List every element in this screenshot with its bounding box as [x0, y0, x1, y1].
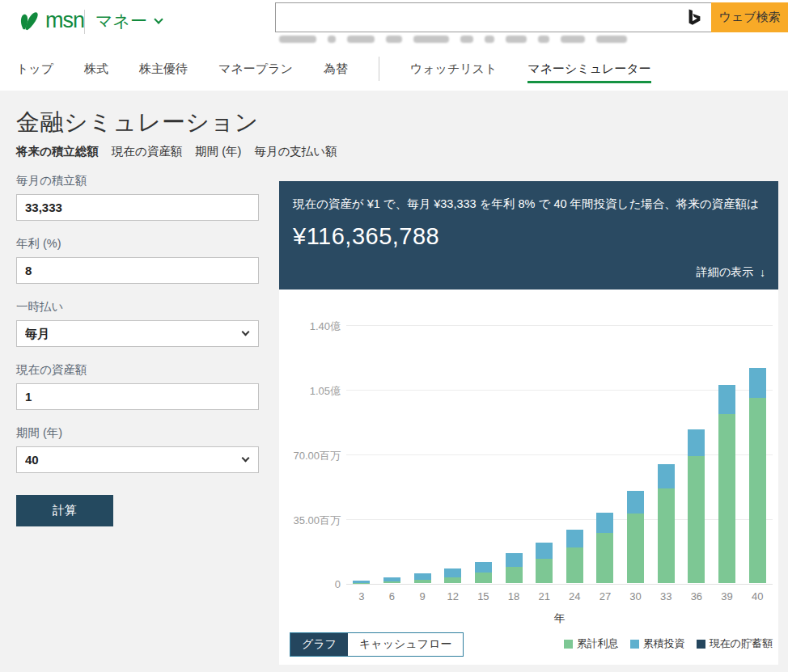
- bar-segment-累計利息: [658, 488, 675, 583]
- legend-swatch-icon: [564, 640, 573, 649]
- blurred-trending-item: [485, 36, 494, 43]
- x-axis-label: 年: [346, 611, 773, 626]
- bar-stack-year-36[interactable]: [688, 429, 705, 583]
- bar-segment-累計利息: [475, 573, 492, 583]
- y-tick-label: 70.00百万: [279, 449, 341, 463]
- period-years-select[interactable]: 40: [16, 446, 259, 473]
- x-tick-label: 24: [559, 590, 590, 602]
- current-assets-input[interactable]: [16, 383, 259, 410]
- chart-area: 1.40億1.05億70.00百万35.00百万0 36912151821242…: [279, 290, 778, 665]
- y-tick-label: 1.40億: [279, 319, 341, 334]
- y-tick-label: 35.00百万: [279, 514, 341, 528]
- bar-stack-year-39[interactable]: [718, 385, 735, 583]
- nav-tab-マネープラン[interactable]: マネープラン: [218, 47, 293, 91]
- blurred-trending-item: [413, 36, 449, 43]
- chart-tab-キャッシュフロー[interactable]: キャッシュフロー: [348, 633, 463, 656]
- chart-legend: 累計利息累積投資現在の貯蓄額: [564, 636, 773, 651]
- legend-label: 現在の貯蓄額: [710, 636, 773, 651]
- x-tick-label: 33: [650, 590, 681, 602]
- bar-slot-year-3: [346, 324, 377, 583]
- nav-tab-マネーシミュレーター[interactable]: マネーシミュレーター: [527, 47, 650, 91]
- vertical-label: マネー: [95, 10, 147, 32]
- legend-swatch-icon: [697, 640, 705, 649]
- bar-segment-累計利息: [688, 456, 705, 583]
- nav-tab-トップ[interactable]: トップ: [16, 47, 53, 91]
- bar-stack-year-21[interactable]: [536, 543, 553, 583]
- bar-slot-year-24: [559, 324, 590, 583]
- nav-tab-ウォッチリスト[interactable]: ウォッチリスト: [410, 47, 497, 91]
- search-input[interactable]: [275, 2, 711, 32]
- bar-slot-year-12: [438, 324, 468, 583]
- result-summary-panel: 現在の資産が ¥1 で、毎月 ¥33,333 を年利 8% で 40 年間投資し…: [279, 181, 778, 290]
- bar-stack-year-30[interactable]: [627, 491, 644, 583]
- current-assets-label: 現在の資産額: [16, 362, 259, 378]
- nav-divider: [379, 57, 379, 81]
- payment-frequency-label: 一時払い: [16, 299, 259, 315]
- bar-segment-累計利息: [566, 547, 583, 583]
- show-details-link[interactable]: 詳細の表示 ↓: [697, 265, 765, 280]
- msn-butterfly-icon: [16, 8, 40, 32]
- bar-slot-year-15: [468, 324, 499, 583]
- bar-stack-year-12[interactable]: [444, 568, 461, 583]
- blurred-trending-item: [328, 36, 336, 43]
- bar-segment-累計利息: [383, 581, 400, 583]
- monthly-deposit-label: 毎月の積立額: [16, 173, 259, 188]
- bar-segment-累積投資: [749, 368, 766, 398]
- msn-home-link[interactable]: msn: [16, 8, 84, 32]
- bar-segment-累積投資: [688, 429, 705, 456]
- chart-footer: グラフキャッシュフロー 累計利息累積投資現在の貯蓄額: [279, 632, 778, 657]
- bar-slot-year-21: [529, 324, 560, 583]
- web-search-button[interactable]: ウェブ検索: [711, 2, 788, 32]
- bar-segment-累計利息: [506, 567, 523, 583]
- bar-series: [346, 324, 773, 583]
- bar-stack-year-33[interactable]: [658, 464, 675, 583]
- bar-slot-year-39: [712, 324, 743, 583]
- msn-logo-text: msn: [45, 10, 84, 32]
- bar-stack-year-40[interactable]: [749, 368, 766, 583]
- bar-segment-累積投資: [444, 568, 461, 577]
- blurred-trending-item: [386, 36, 402, 43]
- chart-tab-グラフ[interactable]: グラフ: [290, 633, 348, 656]
- bar-stack-year-27[interactable]: [596, 513, 613, 583]
- bar-segment-累積投資: [718, 385, 735, 414]
- bar-segment-累積投資: [536, 543, 553, 558]
- legend-item-累積投資: 累積投資: [630, 636, 685, 651]
- y-tick-label: 1.05億: [279, 384, 341, 399]
- bar-segment-累積投資: [596, 513, 613, 533]
- monthly-deposit-input[interactable]: [16, 194, 259, 221]
- annual-rate-input[interactable]: [16, 257, 259, 284]
- bar-stack-year-6[interactable]: [383, 577, 400, 583]
- blurred-trending-item: [279, 36, 316, 43]
- simulation-form: 毎月の積立額年利 (%)一時払い毎月現在の資産額期間 (年)40計算: [16, 173, 259, 526]
- bar-slot-year-40: [742, 324, 773, 583]
- bar-stack-year-24[interactable]: [566, 530, 583, 583]
- bar-stack-year-9[interactable]: [414, 573, 431, 583]
- x-tick-label: 6: [377, 590, 408, 602]
- nav-tab-為替[interactable]: 為替: [324, 47, 348, 91]
- bar-segment-累計利息: [414, 580, 431, 583]
- subtab-毎月の支払い額[interactable]: 毎月の支払い額: [254, 144, 337, 159]
- bar-stack-year-3[interactable]: [353, 581, 370, 583]
- bar-segment-累積投資: [506, 553, 523, 566]
- bar-stack-year-18[interactable]: [506, 553, 523, 583]
- vertical-menu[interactable]: マネー: [95, 10, 162, 32]
- subtab-期間 (年)[interactable]: 期間 (年): [195, 144, 241, 159]
- section-nav: トップ株式株主優待マネープラン為替ウォッチリストマネーシミュレーター: [0, 47, 788, 91]
- nav-tab-株主優待[interactable]: 株主優待: [139, 47, 188, 91]
- annual-rate-label: 年利 (%): [16, 236, 259, 251]
- nav-tab-株式[interactable]: 株式: [84, 47, 108, 91]
- blurred-trending-item: [561, 36, 585, 43]
- bar-slot-year-36: [681, 324, 712, 583]
- calculate-button[interactable]: 計算: [16, 495, 113, 526]
- bar-segment-累積投資: [414, 573, 431, 580]
- legend-label: 累積投資: [643, 636, 685, 651]
- payment-frequency-select[interactable]: 毎月: [16, 320, 259, 347]
- chart-view-toggle: グラフキャッシュフロー: [290, 632, 464, 657]
- main-content: 金融シミュレーション 将来の積立総額現在の資産額期間 (年)毎月の支払い額 毎月…: [0, 91, 788, 672]
- site-header: msn マネー ウェブ検索: [0, 0, 788, 91]
- blurred-trending-item: [506, 36, 527, 43]
- bar-stack-year-15[interactable]: [475, 562, 492, 583]
- subtab-現在の資産額[interactable]: 現在の資産額: [112, 144, 182, 159]
- legend-swatch-icon: [630, 640, 639, 649]
- subtab-将来の積立総額[interactable]: 将来の積立総額: [16, 144, 99, 159]
